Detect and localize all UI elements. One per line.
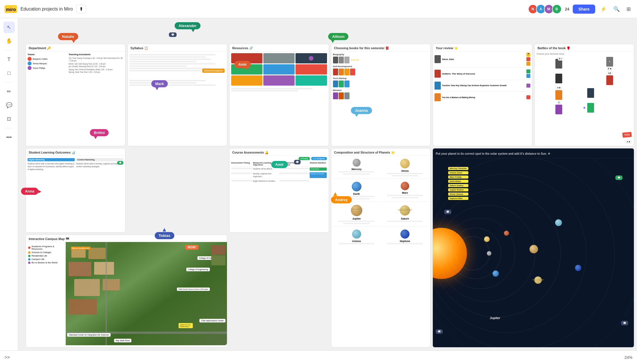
book-category-mindset: Mindset [333,89,429,99]
cursor-alexander: Alexander 💬 [175,22,200,29]
resource-img-3 [295,53,327,63]
student-outcomes-title: Student Learning Outcomes 📊 [26,148,125,156]
battles-subtitle: Choose your favourite book [536,53,632,55]
thumb-2 [211,255,226,265]
collapse-button[interactable]: >> [5,355,10,360]
comment-tool[interactable]: 💬 [3,100,15,111]
resources-title: Resources 🔗 [229,44,329,51]
share-button[interactable]: Share [573,5,595,14]
cursor-joanna: Joanna [351,107,372,114]
department-title: Department 🔑 [26,44,125,51]
grid-button[interactable]: ⊞ [625,4,632,14]
frame-tool[interactable]: ⊡ [3,113,15,125]
cursor-andrey: Andrey [331,196,352,203]
cursor-tobias: Tobias [155,232,174,239]
resource-img-5 [263,64,295,75]
battle-row-3-right [587,88,632,98]
book-category-biography: Biography ★★★★★ [333,53,429,63]
planet-mars: Mars [381,180,429,202]
planet-venus: Venus [381,157,429,179]
member-1: Benjamin Collins [28,57,64,61]
select-tool[interactable]: ↖ [3,22,15,33]
solar-comment-4: 💬 [621,321,628,325]
battle-row-1-left: 5 ✓ [536,59,581,69]
label-baystate: Bay State Road [114,339,131,342]
member-2: Teresa Marquez [28,61,64,65]
svg-text:miro: miro [6,7,16,12]
filter-button[interactable]: ⚡ [599,4,608,14]
board-your-review[interactable]: Your review ⭐ Steve Jobs ★ [433,44,532,146]
label-morse: Morse Auditorium [71,247,91,250]
wow-sticky: WOW! [185,245,198,250]
pen-tool[interactable]: ✏ [3,86,15,97]
outcome-comment: 💬 [117,161,123,165]
rating-4: 4 ★ [625,140,632,144]
planet-uranus: Uranus [333,228,380,247]
user-avatars: N A M B [528,4,562,14]
project-title: Education projects in Miro [20,7,73,12]
planet-saturn: Saturn [381,203,429,227]
label-tsai: TSAI rephronance Center [199,319,226,322]
planet-jupiter-solar [530,245,538,253]
battle-row-2-left [536,74,581,83]
thumb-1 [211,245,226,255]
toolbar-separator-1 [5,50,14,50]
review-steve-jobs: Steve Jobs ★ [435,53,530,68]
board-battles[interactable]: Battles of the book 🥊 Choose your favour… [534,44,634,146]
campus-map-image: Morse Auditorium College of Engineering … [66,242,227,345]
battle-row-4-left: 2 [536,101,581,114]
battle-row-1-right: b 5 ★ [587,57,632,71]
member-3: Trevor Phillips [28,66,64,70]
toolbar-separator-3 [5,128,14,128]
planet-labels-top: Mercury Treischer Uranus Anna Mars Fredd… [448,167,468,200]
planet-earth-solar [493,270,499,277]
sticky-tool[interactable]: □ [3,67,15,79]
bottom-bar: >> 24% [0,350,637,364]
board-solar-system[interactable]: Put your planet in its correct spot in t… [433,148,634,348]
choosing-books-title: Choosing books for this semester 📕 [331,44,431,51]
cursor-amir-solar: Amir 💬 [271,161,288,168]
assessment-rows: Students will be able to... Draft Mode d… [231,167,327,182]
miro-logo[interactable]: miro [5,5,17,13]
board-department[interactable]: Department 🔑 Teams Benjamin Collins Tere… [26,44,125,146]
board-resources[interactable]: Resources 🔗 [229,44,329,146]
topbar-right: N A M B 24 Share ⚡ 🔍 ⊞ [528,4,633,14]
board-choosing-books[interactable]: Choosing books for this semester 📕 Biogr… [331,44,431,146]
cursor-natalie: Natalie [58,33,78,40]
syllabus-tag: General program [202,69,224,73]
search-button[interactable]: 🔍 [612,4,621,14]
planet-uranus-solar [555,219,562,226]
board-campus-map[interactable]: Interactive Campus Map 🗺 Academic Progra… [26,235,227,348]
left-toolbar: ↖ ✋ T □ ✏ 💬 ⊡ ••• [0,18,18,364]
battle-vs-4: ✦ [583,106,586,110]
yellow-sticky: Judson & Coit Observatory [179,323,193,328]
hand-tool[interactable]: ✋ [3,35,15,47]
board-planets[interactable]: Composition and Structure of Planets 🌟 M… [331,148,431,348]
teaching-header: Teaching Assistants [69,53,123,56]
text-tool[interactable]: T [3,54,15,65]
battle-row-3-left: 4 ★ [536,86,581,100]
board-syllabus[interactable]: Syllabus 📋 General program [127,44,227,146]
assessment-statuses: ● Ready ● In progress [231,157,327,160]
book-category-tech: Tech Startup [333,77,429,87]
solar-comment-3: 💬 [615,175,622,180]
resource-img-8 [263,75,295,86]
upload-button[interactable]: ⬆ [76,5,86,13]
syllabus-title: Syllabus 📋 [128,44,227,51]
solar-system-canvas: Mercury Treischer Uranus Anna Mars Fredd… [433,158,634,348]
cursor-anna: Anna [21,188,38,195]
book-category-self-dev: Self-Development [333,65,429,75]
label-engineering: College of Engineering [186,268,210,271]
canvas: Natalie Alexander 💬 Allison Mark Amir Br… [18,18,637,350]
empty-col3-row3 [229,235,329,348]
more-tools[interactable]: ••• [3,132,15,143]
boards-grid: Department 🔑 Teams Benjamin Collins Tere… [26,44,634,348]
solar-comment-2: 💬 [436,329,443,334]
review-traction: Traction: How Any Startup Can Achieve Ex… [435,82,530,92]
label-stifel: Stifel Family Alumni Center in Bl Castle [177,288,210,291]
planet-mercury-solar [487,251,491,256]
cursor-amir: Amir [234,61,251,68]
you-sticker: YOU [622,132,632,138]
topbar: miro Education projects in Miro ⬆ N A M … [0,0,637,18]
resource-img-6 [295,64,327,75]
